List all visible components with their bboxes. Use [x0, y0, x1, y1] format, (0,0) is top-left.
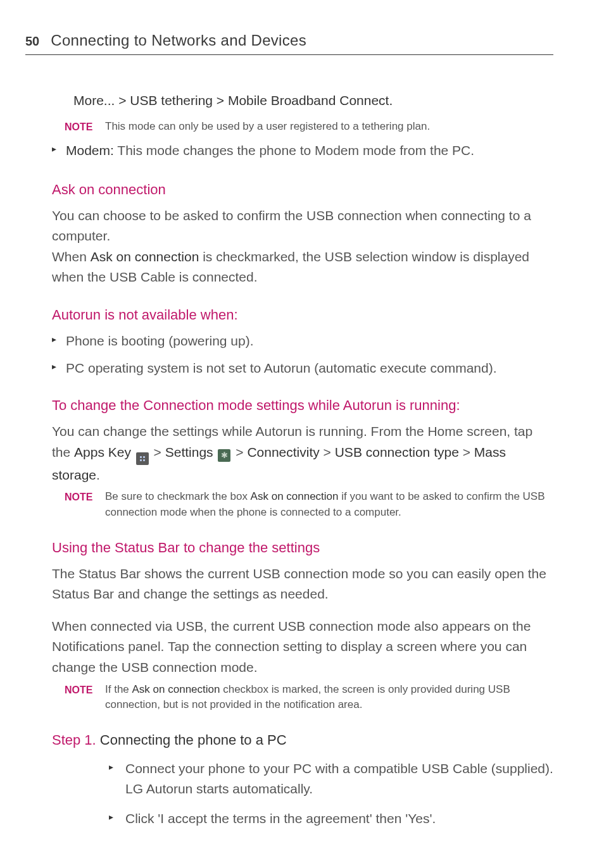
text-bold: USB connection type: [335, 445, 459, 459]
text-bold: Connectivity: [247, 445, 319, 459]
note-label: NOTE: [65, 489, 105, 520]
section-ask-on-connection: Ask on connection You can choose to be a…: [52, 179, 553, 288]
section-title: To change the Connection mode settings w…: [52, 395, 553, 416]
text-fragment: >: [150, 445, 165, 459]
section-paragraph: You can change the settings while Autoru…: [52, 421, 553, 485]
section-paragraph: When Ask on connection is checkmarked, t…: [52, 247, 553, 288]
bullet-item: Connect your phone to your PC with a com…: [109, 759, 553, 800]
text-fragment: If the: [105, 683, 132, 695]
section-status-bar: Using the Status Bar to change the setti…: [52, 537, 553, 713]
text-bold: Ask on connection: [132, 683, 220, 695]
text-bold: Apps Key: [74, 445, 131, 459]
text-fragment: .: [96, 468, 100, 482]
section-title: Using the Status Bar to change the setti…: [52, 537, 553, 559]
text-fragment: >: [232, 445, 247, 459]
text-bold: Ask on connection: [251, 490, 339, 502]
modem-label: Modem:: [66, 143, 114, 158]
note-checkmark: NOTE Be sure to checkmark the box Ask on…: [65, 489, 553, 520]
section-change-connection-mode: To change the Connection mode settings w…: [52, 395, 553, 520]
usb-breadcrumb: More... > USB tethering > Mobile Broadba…: [73, 90, 553, 111]
page-number: 50: [25, 34, 39, 49]
note-label: NOTE: [65, 682, 105, 713]
step-title: Connecting the phone to a PC: [100, 732, 287, 748]
step-label: Step 1.: [52, 732, 100, 748]
section-paragraph: When connected via USB, the current USB …: [52, 616, 553, 678]
section-paragraph: The Status Bar shows the current USB con…: [52, 564, 553, 605]
note-tethering: NOTE This mode can only be used by a use…: [65, 119, 553, 135]
section-title: Autorun is not available when:: [52, 304, 553, 326]
section-autorun-not-available: Autorun is not available when: Phone is …: [52, 304, 553, 378]
bullet-modem: Modem: This mode changes the phone to Mo…: [52, 140, 553, 161]
page-content: More... > USB tethering > Mobile Broadba…: [25, 90, 553, 829]
section-paragraph: You can choose to be asked to confirm th…: [52, 206, 553, 247]
text-bold: Settings: [165, 445, 213, 459]
text-fragment: When: [52, 249, 91, 264]
note-label: NOTE: [65, 119, 105, 135]
note-text: This mode can only be used by a user reg…: [105, 119, 553, 135]
section-title: Ask on connection: [52, 179, 553, 201]
bullet-item: Phone is booting (powering up).: [52, 331, 553, 352]
text-bold: Ask on connection: [91, 249, 199, 264]
chapter-title: Connecting to Networks and Devices: [51, 32, 306, 49]
note-text: Be sure to checkmark the box Ask on conn…: [105, 489, 553, 520]
page-header: 50 Connecting to Networks and Devices: [25, 32, 553, 55]
note-text: If the Ask on connection checkbox is mar…: [105, 682, 553, 713]
text-fragment: >: [459, 445, 474, 459]
step-1-header: Step 1. Connecting the phone to a PC: [52, 729, 553, 751]
text-fragment: Be sure to checkmark the box: [105, 490, 251, 502]
text-fragment: >: [320, 445, 335, 459]
note-status-bar: NOTE If the Ask on connection checkbox i…: [65, 682, 553, 713]
modem-desc: This mode changes the phone to Modem mod…: [114, 143, 474, 158]
settings-icon: [218, 449, 230, 462]
apps-key-icon: [136, 452, 149, 465]
bullet-item: Click 'I accept the terms in the agreeme…: [109, 809, 553, 829]
bullet-item: PC operating system is not set to Autoru…: [52, 358, 553, 379]
